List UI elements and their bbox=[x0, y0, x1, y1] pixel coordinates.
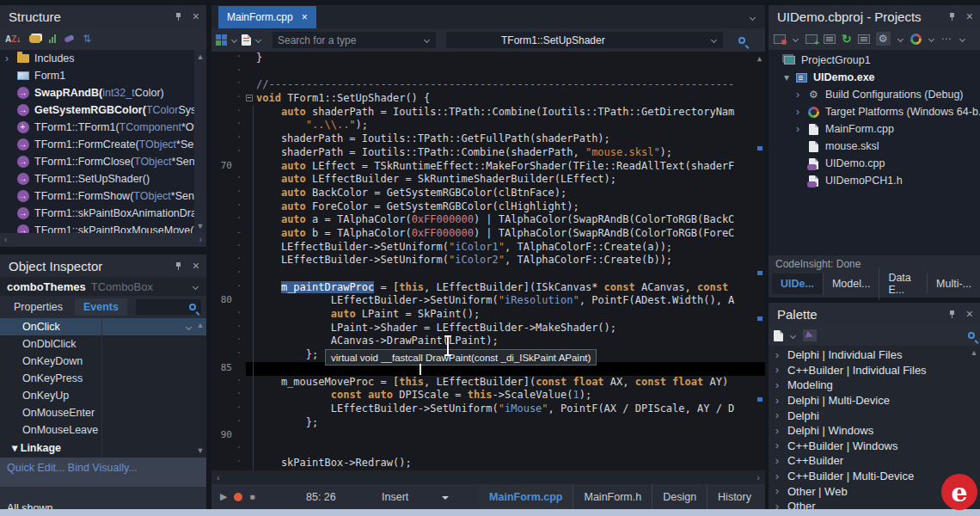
project-tree-item[interactable]: mouse.sksl bbox=[769, 138, 980, 155]
chevron-down-icon[interactable] bbox=[793, 35, 799, 41]
code-line[interactable]: · auto ForeColor = GetSystemRGBColor(clH… bbox=[211, 200, 765, 214]
code-line[interactable]: · LEffectBuilder->SetUniform("iMouse", P… bbox=[211, 402, 765, 416]
statusbar-tab-history[interactable]: History bbox=[707, 484, 762, 509]
projects-tab[interactable]: Data E... bbox=[879, 267, 927, 300]
event-row[interactable]: OnKeyUp bbox=[0, 387, 206, 404]
search-icon[interactable] bbox=[968, 332, 975, 339]
project-tree-item[interactable]: ›Target Platforms (Windows 64-b... bbox=[769, 103, 980, 120]
record-icon[interactable] bbox=[234, 493, 242, 501]
build-panel-icon[interactable] bbox=[858, 34, 870, 44]
play-icon[interactable]: ▶ bbox=[220, 491, 227, 502]
search-icon[interactable] bbox=[738, 37, 745, 44]
add-file-icon[interactable] bbox=[805, 34, 818, 44]
new-item-icon[interactable] bbox=[774, 330, 783, 341]
event-row[interactable]: OnKeyPress bbox=[0, 370, 206, 387]
editor-hscrollbar[interactable]: ‹› bbox=[211, 470, 765, 484]
statusbar-tab-design[interactable]: Design bbox=[652, 484, 707, 509]
view-grid-icon[interactable] bbox=[216, 34, 227, 46]
brush-icon[interactable] bbox=[29, 35, 40, 43]
event-value[interactable] bbox=[101, 353, 206, 370]
code-line[interactable]: · const auto DPIScale = this->ScaleValue… bbox=[211, 389, 765, 402]
pin-icon[interactable] bbox=[948, 310, 956, 318]
refresh-icon[interactable]: ↻ bbox=[842, 32, 852, 46]
structure-item[interactable]: Form1 bbox=[0, 67, 206, 84]
code-line[interactable]: · shaderPath = Ioutils::TPath::Combine(s… bbox=[211, 146, 765, 160]
structure-item[interactable]: →GetSystemRGBColor(TColor Syst bbox=[0, 101, 206, 119]
event-value[interactable] bbox=[101, 335, 206, 353]
project-tree-item[interactable]: UIDemoPCH1.h bbox=[769, 172, 980, 189]
pin-icon[interactable] bbox=[175, 13, 182, 21]
structure-item[interactable]: →TForm1::skPaintBoxAnimationDraw bbox=[0, 205, 206, 222]
palette-category[interactable]: ›Delphi | Windows bbox=[769, 423, 980, 439]
structure-item[interactable]: →TForm1::FormCreate(TObject *Sen bbox=[0, 136, 206, 153]
code-line[interactable]: ·//-------------------------------------… bbox=[211, 78, 765, 92]
code-line[interactable]: 90 bbox=[211, 429, 765, 443]
chevron-down-icon[interactable] bbox=[959, 35, 965, 41]
inspector-search-input[interactable] bbox=[136, 299, 201, 315]
object-selector-combo[interactable]: comboThemes TComboBox bbox=[0, 277, 206, 296]
left-splitter[interactable] bbox=[206, 0, 211, 509]
structure-item[interactable]: →TForm1::SetUpShader() bbox=[0, 170, 206, 187]
statusbar-tab-mainform-h[interactable]: MainForm.h bbox=[573, 484, 652, 509]
project-tree-item[interactable]: UIDemo.cpp bbox=[769, 155, 980, 172]
component-cursor-icon[interactable] bbox=[803, 329, 817, 341]
project-tree-item[interactable]: ›⚙Build Configurations (Debug) bbox=[769, 86, 980, 103]
code-line[interactable]: · m_paintDrawProc = [this, LEffectBuilde… bbox=[211, 281, 765, 295]
event-row[interactable]: OnClick bbox=[0, 318, 206, 335]
statusbar-tab-mainform-cpp[interactable]: MainForm.cpp bbox=[479, 484, 573, 509]
tab-close-icon[interactable]: × bbox=[302, 11, 308, 23]
event-row[interactable]: OnDblClick bbox=[0, 335, 206, 353]
fold-collapse-icon[interactable]: − bbox=[246, 95, 253, 101]
right-splitter[interactable] bbox=[765, 0, 769, 509]
code-line[interactable]: · LPaint->Shader = LEffectBuilder->MakeS… bbox=[211, 322, 765, 335]
close-icon[interactable]: × bbox=[193, 260, 199, 272]
code-editor[interactable]: ·}··//----------------------------------… bbox=[211, 52, 765, 470]
code-line[interactable]: · auto a = TAlphaColor(0xFF000000) | TAl… bbox=[211, 213, 765, 227]
palette-category[interactable]: ›Delphi bbox=[769, 408, 980, 423]
pin-icon[interactable] bbox=[948, 13, 956, 21]
sort-alpha-icon[interactable]: AZ↓ bbox=[5, 34, 21, 44]
projects-tab[interactable]: Model... bbox=[823, 273, 879, 294]
close-icon[interactable]: × bbox=[966, 10, 973, 22]
stop-icon[interactable]: ■ bbox=[249, 492, 254, 501]
structure-item[interactable]: →TForm1::skPaintBoxMouseMove(T bbox=[0, 222, 206, 233]
inspector-vscrollbar[interactable]: ▲▼ bbox=[194, 318, 206, 458]
event-value[interactable] bbox=[101, 318, 206, 335]
editor-vscrollbar[interactable]: ▲ bbox=[754, 52, 765, 470]
event-value[interactable] bbox=[101, 370, 206, 387]
structure-item[interactable]: →TForm1::FormClose(TObject *Send bbox=[0, 153, 206, 170]
project-tree-item[interactable]: ▾UIDemo.exe bbox=[769, 69, 980, 86]
tab-list-chevron-icon[interactable] bbox=[750, 15, 756, 21]
palette-vscrollbar[interactable]: ▲ bbox=[968, 346, 980, 380]
stats-bars-icon[interactable] bbox=[49, 34, 56, 43]
code-line[interactable]: · bbox=[211, 443, 765, 457]
editor-tab-mainform[interactable]: MainForm.cpp × bbox=[218, 6, 316, 28]
project-tree-item[interactable]: ProjectGroup1 bbox=[769, 52, 980, 69]
code-line[interactable]: 80 LEffectBuilder->SetUniform("iResoluti… bbox=[211, 294, 765, 308]
chevron-down-icon[interactable] bbox=[790, 332, 796, 338]
palette-category[interactable]: ›Delphi | Multi-Device bbox=[769, 393, 980, 408]
event-row[interactable]: ▾ Linkage bbox=[0, 439, 206, 456]
event-value[interactable] bbox=[101, 421, 206, 439]
tab-events[interactable]: Events bbox=[75, 298, 127, 316]
pen-icon[interactable] bbox=[64, 34, 76, 43]
code-line[interactable]: · LEffectBuilder->SetUniform("iColor1", … bbox=[211, 241, 765, 255]
more-options-icon[interactable]: ⋯ bbox=[941, 33, 952, 45]
code-line[interactable]: · skPaintBox->Redraw(); bbox=[211, 457, 765, 470]
projects-tab[interactable]: UIDe... bbox=[772, 273, 823, 294]
mode-dropdown-icon[interactable] bbox=[442, 496, 449, 503]
code-line[interactable]: · auto LPaint = SkPaint(); bbox=[211, 308, 765, 322]
event-value[interactable] bbox=[101, 439, 206, 456]
chevron-down-icon[interactable] bbox=[928, 35, 934, 41]
palette-category[interactable]: ›C++Builder bbox=[769, 453, 980, 469]
structure-item[interactable]: +TForm1::TForm1(TComponent *Ow bbox=[0, 119, 206, 136]
code-line[interactable]: · auto LEffectBuilder = SkRuntimeShaderB… bbox=[211, 173, 765, 187]
event-row[interactable]: OnKeyDown bbox=[0, 353, 206, 370]
target-platform-icon[interactable] bbox=[910, 34, 922, 45]
event-row[interactable]: OnMouseEnter bbox=[0, 404, 206, 421]
code-line[interactable]: · auto BackColor = GetSystemRGBColor(clB… bbox=[211, 187, 765, 200]
document-icon[interactable] bbox=[242, 34, 251, 46]
chevron-down-icon[interactable] bbox=[897, 35, 903, 41]
details-icon[interactable] bbox=[824, 34, 836, 44]
structure-hscrollbar[interactable]: ‹› bbox=[0, 233, 206, 245]
